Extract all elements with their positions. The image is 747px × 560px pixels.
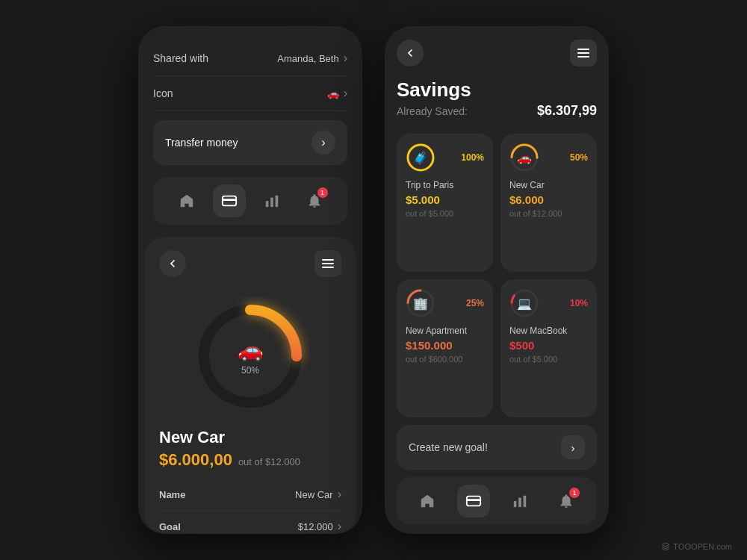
name-arrow-icon: › [338, 488, 341, 501]
goal-card-2[interactable]: 🏢 25% New Apartment $150.000 out of $600… [397, 279, 493, 417]
right-menu-line-3 [577, 56, 589, 57]
goal-icon-circle-3: 💻 [509, 288, 539, 318]
menu-line-2 [322, 263, 334, 264]
nav-bar-bottom: 1 [397, 477, 597, 525]
savings-subtitle: Already Saved: $6.307,99 [397, 103, 597, 119]
name-label: Name [159, 489, 185, 500]
savings-header: Savings Already Saved: $6.307,99 [397, 78, 597, 119]
goal-amount-2: $150.000 [406, 339, 484, 352]
right-card-icon [465, 493, 482, 509]
top-section: Shared with Amanda, Beth › Icon 🚗 › Tran… [138, 26, 362, 177]
goals-grid: 🧳 100% Trip to Paris $5.000 out of $5.00… [397, 134, 597, 417]
right-back-button[interactable] [397, 40, 424, 66]
goal-name-0: Trip to Paris [406, 180, 484, 190]
donut-percent-label: 50% [241, 365, 259, 376]
goal-name-1: New Car [509, 180, 588, 190]
shared-arrow-icon: › [344, 52, 347, 65]
savings-total: $6.307,99 [537, 103, 597, 119]
right-chart-icon [512, 493, 528, 509]
goal-percent-1: 50% [570, 152, 588, 163]
detail-title: New Car [159, 428, 341, 447]
donut-center: 🚗 50% [238, 337, 264, 376]
scene: Shared with Amanda, Beth › Icon 🚗 › Tran… [0, 0, 747, 560]
nav-bar-top: 1 [153, 177, 347, 225]
goal-card-1[interactable]: 🚗 50% New Car $6.000 out of $12.000 [500, 134, 597, 272]
chart-icon [264, 193, 280, 209]
goal-out-of-0: out of $5.000 [406, 209, 484, 218]
svg-rect-4 [275, 196, 278, 208]
donut-chart: 🚗 50% [159, 296, 341, 416]
goal-card-3[interactable]: 💻 10% New MacBook $500 out of $5.000 [500, 279, 597, 417]
goal-name-2: New Apartment [406, 326, 484, 336]
transfer-button[interactable]: Transfer money › [153, 120, 347, 165]
goal-amount-0: $5.000 [406, 193, 484, 206]
right-phone: Savings Already Saved: $6.307,99 🧳 100% … [385, 26, 609, 534]
right-nav-home[interactable] [411, 485, 444, 517]
right-back-icon [404, 47, 416, 59]
icon-value: 🚗 › [327, 87, 347, 100]
svg-rect-16 [467, 499, 480, 501]
svg-rect-1 [222, 199, 235, 201]
back-button[interactable] [159, 250, 186, 277]
nav-chart[interactable] [255, 184, 288, 217]
menu-line-3 [322, 267, 334, 268]
home-icon [179, 193, 195, 209]
shared-label: Shared with [153, 52, 208, 64]
goal-card-header-2: 🏢 25% [406, 288, 484, 318]
name-value: New Car › [295, 488, 341, 501]
nav-card[interactable] [213, 184, 246, 217]
goal-amount-3: $500 [509, 339, 588, 352]
goal-icon-circle-1: 🚗 [509, 143, 539, 172]
right-menu-button[interactable] [570, 40, 597, 66]
goal-out-of-3: out of $5.000 [509, 355, 588, 364]
goal-out-of-2: out of $600.000 [406, 355, 484, 364]
menu-line-1 [322, 259, 334, 261]
svg-rect-18 [518, 497, 521, 507]
right-nav-card[interactable] [457, 485, 490, 517]
right-card-header [397, 40, 597, 66]
shared-row: Shared with Amanda, Beth › [153, 41, 347, 76]
svg-rect-19 [524, 496, 527, 508]
detail-amount: $6.000,00 [159, 450, 232, 470]
right-nav-bell[interactable]: 1 [550, 485, 583, 517]
right-home-icon [419, 493, 436, 509]
create-goal-arrow-icon: › [561, 435, 585, 459]
goal-amount-1: $6.000 [509, 193, 588, 206]
savings-title: Savings [397, 78, 597, 102]
right-nav-chart[interactable] [503, 485, 536, 517]
goal-card-header-1: 🚗 50% [509, 143, 588, 172]
goal-percent-3: 10% [570, 298, 588, 308]
goal-icon-0: 🧳 [413, 151, 428, 165]
goal-arrow-icon: › [338, 520, 341, 533]
donut-car-icon: 🚗 [238, 337, 264, 362]
svg-rect-2 [265, 201, 268, 207]
watermark: TOOOPEN.com [661, 542, 732, 551]
goal-value: $12.000 › [298, 520, 341, 533]
right-bell-badge: 1 [569, 488, 580, 498]
goal-icon-circle-2: 🏢 [406, 288, 436, 318]
transfer-arrow-icon: › [311, 131, 335, 155]
detail-out-of: out of $12.000 [238, 456, 300, 467]
goal-icon-2: 🏢 [413, 296, 428, 311]
detail-amount-row: $6.000,00 out of $12.000 [159, 450, 341, 470]
detail-card: 🚗 50% New Car $6.000,00 out of $12.000 N… [144, 237, 356, 534]
goal-icon-1: 🚗 [517, 151, 532, 165]
icon-arrow-icon: › [344, 87, 347, 100]
menu-button[interactable] [314, 250, 341, 277]
card-header [159, 250, 341, 277]
goal-label: Goal [159, 521, 181, 532]
nav-bell[interactable]: 1 [298, 184, 331, 217]
svg-rect-17 [514, 501, 517, 507]
goal-card-header-3: 💻 10% [509, 288, 588, 318]
goal-icon-circle-0: 🧳 [406, 143, 436, 172]
back-icon [167, 258, 179, 270]
card-icon [221, 193, 238, 209]
create-goal-button[interactable]: Create new goal! › [397, 425, 597, 470]
detail-goal-row: Goal $12.000 › [159, 511, 341, 534]
detail-name-row: Name New Car › [159, 479, 341, 511]
goal-card-0[interactable]: 🧳 100% Trip to Paris $5.000 out of $5.00… [397, 134, 493, 272]
goal-out-of-1: out of $12.000 [509, 209, 588, 218]
nav-home[interactable] [170, 184, 203, 217]
left-phone: Shared with Amanda, Beth › Icon 🚗 › Tran… [138, 26, 362, 534]
bell-badge: 1 [317, 187, 328, 198]
